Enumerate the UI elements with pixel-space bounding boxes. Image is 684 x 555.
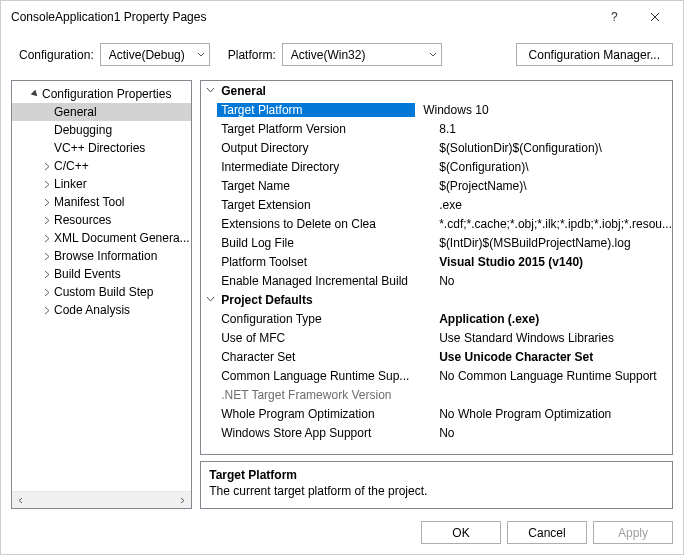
property-row[interactable]: .NET Target Framework Version — [201, 385, 672, 404]
tree-item-label: XML Document Genera... — [54, 231, 190, 245]
collapse-icon[interactable] — [201, 86, 219, 95]
apply-button[interactable]: Apply — [593, 521, 673, 544]
property-row[interactable]: Target Extension.exe — [201, 195, 672, 214]
property-name: Character Set — [219, 350, 431, 364]
expand-icon[interactable] — [40, 306, 54, 315]
group-header-defaults[interactable]: Project Defaults — [201, 290, 672, 309]
property-row[interactable]: Extensions to Delete on Clea*.cdf;*.cach… — [201, 214, 672, 233]
property-name: Extensions to Delete on Clea — [219, 217, 431, 231]
horizontal-scrollbar[interactable] — [12, 491, 191, 508]
property-row[interactable]: Platform ToolsetVisual Studio 2015 (v140… — [201, 252, 672, 271]
property-name: Platform Toolset — [219, 255, 431, 269]
tree-item[interactable]: C/C++ — [12, 157, 191, 175]
property-value[interactable]: $(SolutionDir)$(Configuration)\ — [431, 141, 672, 155]
tree-item-label: Custom Build Step — [54, 285, 153, 299]
configuration-dropdown[interactable]: Active(Debug) — [100, 43, 210, 66]
tree-item-label: C/C++ — [54, 159, 89, 173]
tree-root-label: Configuration Properties — [42, 87, 171, 101]
property-value[interactable]: Visual Studio 2015 (v140) — [431, 255, 672, 269]
tree-item[interactable]: Code Analysis — [12, 301, 191, 319]
tree-item[interactable]: VC++ Directories — [12, 139, 191, 157]
help-icon: ? — [609, 11, 621, 23]
property-row[interactable]: Build Log File$(IntDir)$(MSBuildProjectN… — [201, 233, 672, 252]
scroll-right-icon[interactable] — [174, 492, 191, 509]
close-button[interactable] — [635, 1, 675, 33]
configuration-manager-button[interactable]: Configuration Manager... — [516, 43, 673, 66]
tree-item-label: Resources — [54, 213, 111, 227]
config-tree[interactable]: Configuration Properties GeneralDebuggin… — [12, 81, 191, 491]
tree-item[interactable]: Custom Build Step — [12, 283, 191, 301]
property-value[interactable]: Use Unicode Character Set — [431, 350, 672, 364]
scroll-track[interactable] — [29, 492, 174, 508]
dialog-footer: OK Cancel Apply — [1, 515, 683, 554]
property-row[interactable]: Target Name$(ProjectName)\ — [201, 176, 672, 195]
tree-item[interactable]: Resources — [12, 211, 191, 229]
scroll-left-icon[interactable] — [12, 492, 29, 509]
ok-button[interactable]: OK — [421, 521, 501, 544]
property-value[interactable]: $(Configuration)\ — [431, 160, 672, 174]
property-value[interactable]: *.cdf;*.cache;*.obj;*.ilk;*.ipdb;*.iobj;… — [431, 217, 672, 231]
property-value[interactable]: No Common Language Runtime Support — [431, 369, 672, 383]
expand-icon[interactable] — [40, 270, 54, 279]
property-value[interactable]: .exe — [431, 198, 672, 212]
property-value[interactable]: No — [431, 426, 672, 440]
platform-label: Platform: — [228, 48, 276, 62]
property-name: Windows Store App Support — [219, 426, 431, 440]
property-value[interactable]: 8.1 — [431, 122, 672, 136]
property-row[interactable]: Character SetUse Unicode Character Set — [201, 347, 672, 366]
tree-item[interactable]: Build Events — [12, 265, 191, 283]
tree-item[interactable]: General — [12, 103, 191, 121]
tree-item[interactable]: XML Document Genera... — [12, 229, 191, 247]
property-value[interactable]: $(ProjectName)\ — [431, 179, 672, 193]
property-value[interactable]: Windows 10 — [415, 103, 672, 117]
expand-icon[interactable] — [40, 180, 54, 189]
property-row[interactable]: Windows Store App SupportNo — [201, 423, 672, 442]
collapse-icon[interactable] — [28, 90, 42, 99]
tree-item-label: VC++ Directories — [54, 141, 145, 155]
property-value[interactable]: Application (.exe) — [431, 312, 672, 326]
platform-dropdown[interactable]: Active(Win32) — [282, 43, 442, 66]
property-row[interactable]: Target Platform Version8.1 — [201, 119, 672, 138]
property-grid[interactable]: General Target PlatformWindows 10Target … — [200, 80, 673, 455]
property-row[interactable]: Common Language Runtime Sup...No Common … — [201, 366, 672, 385]
property-name: Whole Program Optimization — [219, 407, 431, 421]
property-row[interactable]: Output Directory$(SolutionDir)$(Configur… — [201, 138, 672, 157]
config-row: Configuration: Active(Debug) Platform: A… — [1, 33, 683, 80]
titlebar: ConsoleApplication1 Property Pages ? — [1, 1, 683, 33]
group-header-general[interactable]: General — [201, 81, 672, 100]
cancel-button[interactable]: Cancel — [507, 521, 587, 544]
tree-root[interactable]: Configuration Properties — [12, 85, 191, 103]
property-row[interactable]: Configuration TypeApplication (.exe) — [201, 309, 672, 328]
tree-item-label: Browse Information — [54, 249, 157, 263]
tree-item-label: General — [54, 105, 97, 119]
property-row[interactable]: Use of MFCUse Standard Windows Libraries — [201, 328, 672, 347]
property-name: Use of MFC — [219, 331, 431, 345]
property-row[interactable]: Target PlatformWindows 10 — [201, 100, 672, 119]
expand-icon[interactable] — [40, 234, 54, 243]
expand-icon[interactable] — [40, 216, 54, 225]
expand-icon[interactable] — [40, 252, 54, 261]
property-name: Enable Managed Incremental Build — [219, 274, 431, 288]
tree-item[interactable]: Manifest Tool — [12, 193, 191, 211]
collapse-icon[interactable] — [201, 295, 219, 304]
expand-icon[interactable] — [40, 198, 54, 207]
property-row[interactable]: Enable Managed Incremental BuildNo — [201, 271, 672, 290]
configuration-value: Active(Debug) — [109, 48, 185, 62]
expand-icon[interactable] — [40, 288, 54, 297]
property-row[interactable]: Intermediate Directory$(Configuration)\ — [201, 157, 672, 176]
tree-item[interactable]: Linker — [12, 175, 191, 193]
tree-item[interactable]: Debugging — [12, 121, 191, 139]
property-value[interactable]: $(IntDir)$(MSBuildProjectName).log — [431, 236, 672, 250]
property-name: Build Log File — [219, 236, 431, 250]
tree-item-label: Debugging — [54, 123, 112, 137]
property-name: Target Platform — [217, 103, 415, 117]
property-name: Target Name — [219, 179, 431, 193]
property-value[interactable]: No Whole Program Optimization — [431, 407, 672, 421]
tree-item[interactable]: Browse Information — [12, 247, 191, 265]
property-value[interactable]: No — [431, 274, 672, 288]
property-row[interactable]: Whole Program OptimizationNo Whole Progr… — [201, 404, 672, 423]
property-value[interactable]: Use Standard Windows Libraries — [431, 331, 672, 345]
chevron-down-icon — [429, 51, 437, 59]
expand-icon[interactable] — [40, 162, 54, 171]
help-button[interactable]: ? — [595, 1, 635, 33]
